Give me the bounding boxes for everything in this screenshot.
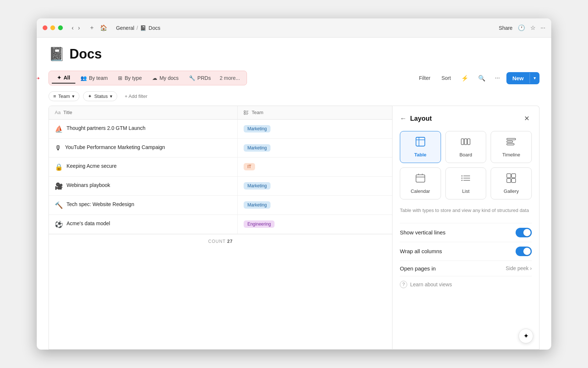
tab-by-team-icon: 👥	[80, 75, 87, 81]
toggle-wrap-columns: Wrap all columns	[400, 242, 532, 261]
main-area: Aa Title	[49, 106, 539, 350]
tab-my-docs-icon: ☁	[152, 75, 157, 81]
lightning-button[interactable]: ⚡	[458, 72, 472, 84]
svg-rect-11	[467, 139, 470, 145]
count-label: COUNT	[208, 239, 226, 244]
svg-rect-13	[507, 141, 513, 142]
table-row[interactable]: 🎙 YouTube Performance Marketing Campaign…	[49, 138, 392, 157]
forward-button[interactable]: ›	[76, 24, 81, 32]
filter-team-chip[interactable]: ≡ Team ▾	[49, 91, 79, 101]
tab-my-docs-label: My docs	[159, 75, 179, 81]
close-traffic-light[interactable]	[43, 25, 47, 30]
tab-by-team[interactable]: 👥 By team	[75, 73, 113, 83]
team-badge: Marketing	[244, 182, 270, 190]
breadcrumb-docs[interactable]: Docs	[148, 25, 160, 31]
open-pages-value[interactable]: Side peek ›	[506, 265, 532, 271]
breadcrumb-general[interactable]: General	[116, 25, 135, 31]
svg-rect-27	[507, 178, 511, 183]
panel-title: Layout	[410, 115, 432, 123]
learn-about-views[interactable]: ? Learn about views	[400, 276, 532, 293]
table-row[interactable]: ⛵ Thought partners 2.0 GTM Launch Market…	[49, 119, 392, 138]
filter-button[interactable]: Filter	[415, 73, 434, 83]
layout-calendar-label: Calendar	[410, 188, 430, 194]
table-row[interactable]: 🔒 Keeping Acme secure IT	[49, 157, 392, 176]
team-badge: Marketing	[244, 125, 270, 132]
panel-back-button[interactable]: ←	[400, 115, 406, 123]
new-tab-button[interactable]: ＋	[87, 23, 96, 32]
toggle-vertical-lines: Show vertical lines	[400, 223, 532, 242]
sparkle-button[interactable]: ✦	[519, 329, 533, 343]
layout-list-label: List	[462, 188, 469, 194]
table-cell-team: Marketing	[238, 195, 392, 215]
table-cell-team: Marketing	[238, 138, 392, 157]
table-cell-team: Marketing	[238, 119, 392, 138]
open-pages-chevron: ›	[530, 265, 532, 271]
svg-rect-2	[246, 111, 248, 112]
table-cell-team: Engineering	[238, 215, 392, 234]
svg-rect-15	[416, 175, 425, 182]
search-button[interactable]: 🔍	[475, 72, 488, 84]
fullscreen-traffic-light[interactable]	[58, 25, 63, 30]
share-button[interactable]: Share	[499, 25, 512, 31]
col-header-team: Team	[238, 106, 392, 119]
titlebar-right: Share 🕐 ☆ ···	[499, 24, 545, 31]
table-row[interactable]: 🔨 Tech spec: Website Redesign Marketing	[49, 195, 392, 215]
table-cell-title: 🔨 Tech spec: Website Redesign	[49, 195, 238, 215]
svg-rect-1	[244, 113, 245, 114]
layout-option-gallery[interactable]: Gallery	[491, 167, 532, 199]
layout-board-icon	[460, 137, 471, 149]
tab-prds-label: PRDs	[197, 75, 211, 81]
tab-more-button[interactable]: 2 more...	[216, 73, 244, 83]
home-button[interactable]: 🏠	[98, 23, 109, 32]
add-filter-button[interactable]: + Add filter	[121, 92, 151, 101]
svg-rect-4	[246, 113, 248, 114]
minimize-traffic-light[interactable]	[50, 25, 55, 30]
history-button[interactable]: 🕐	[518, 24, 525, 31]
doc-icon: 🎥	[55, 182, 63, 190]
content-area: 📓 Docs → ✦ All 👥 By team ⊞ By type	[37, 38, 551, 350]
table-row[interactable]: 🎥 Webinars playbook Marketing	[49, 176, 392, 195]
toolbar-right: Filter Sort ⚡ 🔍 ··· New ▾	[415, 72, 539, 84]
toggle-vertical-lines-switch[interactable]	[516, 228, 532, 237]
open-pages-value-text: Side peek	[506, 265, 528, 271]
layout-option-table[interactable]: Table	[400, 131, 441, 163]
table-area: Aa Title	[49, 106, 392, 350]
learn-text: Learn about views	[410, 282, 452, 287]
more-toolbar-button[interactable]: ···	[492, 72, 503, 84]
page-icon: 📓	[49, 46, 65, 62]
tab-prds[interactable]: 🔧 PRDs	[184, 73, 216, 83]
layout-option-board[interactable]: Board	[445, 131, 487, 163]
sort-button[interactable]: Sort	[438, 73, 455, 83]
filter-team-caret: ▾	[72, 93, 75, 99]
tab-by-type[interactable]: ⊞ By type	[113, 73, 147, 83]
filter-status-caret: ▾	[110, 93, 112, 99]
table-cell-title: ⛵ Thought partners 2.0 GTM Launch	[49, 119, 238, 138]
new-button[interactable]: New ▾	[506, 72, 539, 84]
more-options-button[interactable]: ···	[541, 25, 545, 31]
layout-option-calendar[interactable]: Calendar	[400, 167, 441, 199]
tab-all[interactable]: ✦ All	[52, 72, 75, 84]
filter-team-label: Team	[58, 93, 70, 99]
layout-panel: ← Layout ✕	[392, 106, 539, 350]
team-badge: Marketing	[244, 144, 270, 152]
filter-status-label: Status	[94, 93, 108, 99]
col-header-title: Aa Title	[49, 106, 238, 119]
titlebar-actions: ＋ 🏠	[87, 23, 109, 32]
layout-option-list[interactable]: List	[445, 167, 487, 199]
learn-icon: ?	[400, 281, 407, 288]
table-footer: COUNT 27	[49, 234, 392, 248]
layout-option-timeline[interactable]: Timeline	[491, 131, 532, 163]
tab-my-docs[interactable]: ☁ My docs	[147, 73, 184, 83]
panel-header: ← Layout ✕	[400, 113, 532, 124]
layout-board-label: Board	[459, 152, 472, 158]
table-row[interactable]: ⚽ Acme's data model Engineering	[49, 215, 392, 234]
back-button[interactable]: ‹	[70, 24, 75, 32]
toggle-wrap-columns-switch[interactable]	[516, 247, 532, 256]
svg-rect-9	[461, 139, 464, 145]
doc-name: Tech spec: Website Redesign	[67, 201, 134, 208]
filters-row: ≡ Team ▾ ✦ Status ▾ + Add filter	[49, 91, 539, 101]
star-button[interactable]: ☆	[530, 24, 535, 31]
panel-close-button[interactable]: ✕	[521, 113, 532, 124]
table-cell-team: Marketing	[238, 176, 392, 195]
filter-status-chip[interactable]: ✦ Status ▾	[83, 91, 117, 101]
